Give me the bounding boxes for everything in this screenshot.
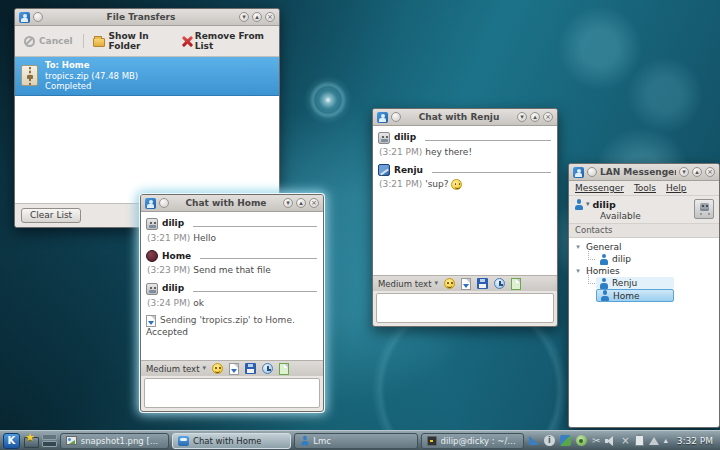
maximize-button[interactable]: ▴ [530,112,540,122]
sender-rule [432,172,551,173]
file-transfers-toolbar: Cancel Show In Folder Remove From List [15,26,279,57]
clear-chat-button[interactable] [511,278,521,290]
menu-help[interactable]: Help [666,183,687,193]
cancel-icon [24,36,35,47]
status-selector[interactable]: ▾ dilip [586,199,691,210]
taskbar-item-lmc[interactable]: Lmc [294,433,417,449]
expander-icon[interactable]: ▾ [574,267,582,275]
contact-icon [600,290,609,301]
chat-message: (3:23 PM) Send me that file [147,265,318,275]
lmc-icon [301,436,309,445]
clock[interactable]: 3:32 PM [673,436,717,446]
chevron-down-icon: ▾ [434,280,438,287]
smile-emoji-icon [451,179,462,190]
show-in-folder-button[interactable]: Show In Folder [90,29,173,53]
save-conversation-button[interactable] [245,363,256,374]
window-lan-messenger: LAN Messenger ▾ ▴ × Messenger Tools Help… [568,163,720,428]
minimize-button[interactable]: ▾ [517,112,527,122]
favorites-folder-button[interactable]: ★ [23,433,39,448]
font-size-selector[interactable]: Medium text ▾ [378,279,438,289]
transfer-recipient: To: Home [45,60,138,71]
taskbar-item-image-editor[interactable]: snapshot1.png [modified] – [60,433,169,449]
klipper-scissors-icon[interactable]: ✂ [592,436,600,446]
emoticon-button[interactable] [444,278,455,289]
menu-messenger[interactable]: Messenger [575,183,624,193]
message-time: (3:21 PM) [147,233,190,243]
contact-icon [599,278,608,289]
chat-format-toolbar: Medium text ▾ [373,275,557,291]
contact-home-selected[interactable]: Home [596,289,674,302]
remove-from-list-button[interactable]: Remove From List [179,29,273,53]
shade-button[interactable] [33,12,43,22]
self-avatar[interactable] [694,199,714,219]
close-button[interactable]: × [309,198,319,208]
input-switcher-icon[interactable]: × [621,436,629,446]
shade-button[interactable] [391,112,401,122]
save-conversation-button[interactable] [477,278,488,289]
display-tray-icon[interactable] [529,436,539,445]
history-button[interactable] [262,363,273,374]
expand-tray-icon[interactable]: ▴ [664,437,668,445]
minimize-button[interactable]: ▾ [283,198,293,208]
close-button[interactable]: × [543,112,553,122]
close-button[interactable]: × [265,12,275,22]
network-manager-icon[interactable] [560,435,571,446]
image-file-icon [66,436,77,445]
send-file-button[interactable] [461,278,471,290]
clear-chat-button[interactable] [279,363,289,375]
cancel-button[interactable]: Cancel [21,34,76,49]
message-sender-row: dilip [378,131,552,144]
user-status-icon [574,199,583,210]
titlebar-file-transfers[interactable]: File Transfers ▾ ▴ × [15,9,279,26]
maximize-button[interactable]: ▴ [252,12,262,22]
contact-renju[interactable]: Renju [596,277,674,289]
font-size-selector[interactable]: Medium text ▾ [146,364,206,374]
desktop-pager[interactable] [42,433,57,448]
message-time: (3:21 PM) [379,147,422,157]
transfer-list-item[interactable]: To: Home tropics.zip (47.48 MB) Complete… [15,57,279,96]
sender-name: Home [162,250,191,263]
emoticon-button[interactable] [212,363,223,374]
menu-tools[interactable]: Tools [634,183,656,193]
kde-menu-button[interactable]: K [3,433,20,449]
titlebar-chat-renju[interactable]: Chat with Renju ▾ ▴ × [373,109,557,126]
group-general[interactable]: ▾ General [574,241,719,253]
message-text: 'sup? [425,179,448,189]
message-input[interactable] [145,379,319,407]
shade-button[interactable] [587,167,597,177]
clipboard-icon[interactable] [635,435,644,446]
volume-icon[interactable] [605,436,616,446]
taskbar-item-chat-home[interactable]: Chat with Home [172,433,291,449]
maximize-button[interactable]: ▴ [296,198,306,208]
send-file-button[interactable] [229,363,239,375]
chat-format-toolbar: Medium text ▾ [141,360,323,376]
chat-message: (3:21 PM) Hello [147,233,318,243]
info-tray-icon[interactable]: i [544,435,555,446]
taskbar-item-konsole[interactable]: dilip@dicky : ~/Documents [421,433,524,449]
sender-rule [200,258,317,259]
clear-list-button[interactable]: Clear List [21,208,81,223]
group-homies[interactable]: ▾ Homies [574,265,719,277]
message-text: Hello [193,233,216,243]
minimize-button[interactable]: ▾ [679,167,689,177]
message-time: (3:24 PM) [147,298,190,308]
gear-icon[interactable] [576,435,587,446]
shade-button[interactable] [159,198,169,208]
dilip-avatar [146,283,158,295]
titlebar-chat-home[interactable]: Chat with Home ▾ ▴ × [141,195,323,212]
zip-file-icon [21,65,38,86]
chat-history[interactable]: dilip (3:21 PM) hey there! Renju (3:21 P… [373,126,557,275]
attachment-icon [146,315,156,327]
maximize-button[interactable]: ▴ [692,167,702,177]
titlebar-lan-messenger[interactable]: LAN Messenger ▾ ▴ × [569,164,719,181]
history-button[interactable] [494,278,505,289]
group-general-members: dilip [587,253,719,265]
expander-icon[interactable]: ▾ [574,243,582,251]
wireless-icon[interactable] [649,437,659,445]
chat-history[interactable]: dilip (3:21 PM) Hello Home (3:23 PM) Sen… [141,212,323,360]
minimize-button[interactable]: ▾ [239,12,249,22]
menu-bar: Messenger Tools Help [569,181,719,196]
close-button[interactable]: × [705,167,715,177]
contact-dilip[interactable]: dilip [596,253,719,265]
message-input[interactable] [377,294,553,322]
